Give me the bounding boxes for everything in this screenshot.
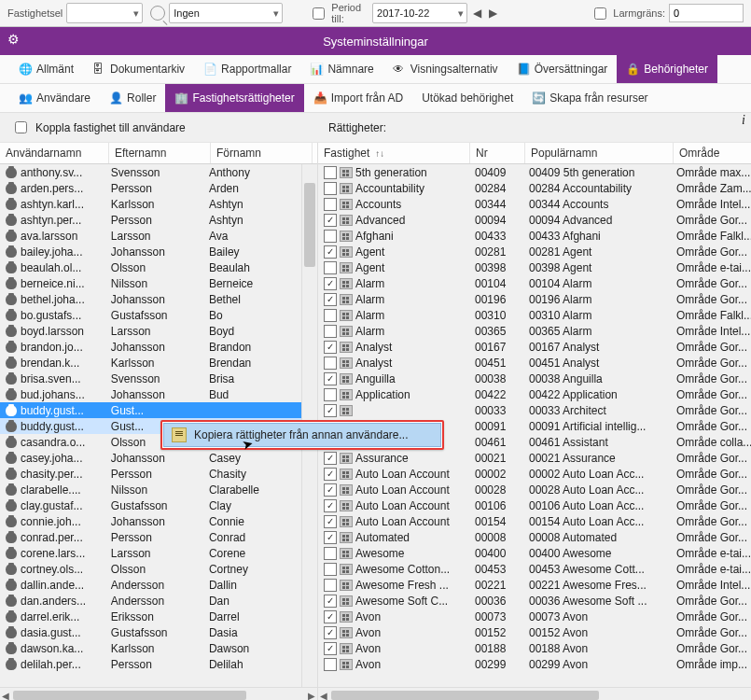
user-row[interactable]: cortney.ols...OlssonCortney: [0, 561, 301, 577]
col-efternamn[interactable]: Efternamn: [109, 143, 211, 163]
col-nr[interactable]: Nr: [470, 143, 525, 163]
user-row[interactable]: dallin.ande...AnderssonDallin: [0, 577, 301, 593]
koppla-checkbox[interactable]: [15, 121, 27, 133]
tab-visning[interactable]: 👁Visningsalternativ: [383, 55, 508, 83]
subtab-anvandare[interactable]: 👥Användare: [9, 84, 100, 112]
subtab-utokad[interactable]: Utökad behörighet: [412, 84, 522, 112]
rights-checkbox[interactable]: [324, 531, 337, 544]
rights-row[interactable]: Auto Loan Account0002800028 Auto Loan Ac…: [318, 482, 751, 497]
rights-row[interactable]: Afghani0043300433 AfghaniOmråde Falkl...: [318, 228, 751, 244]
col-omrade[interactable]: Område: [674, 143, 751, 163]
user-row[interactable]: delilah.per...PerssonDelilah: [0, 656, 301, 672]
user-row[interactable]: corene.lars...LarssonCorene: [0, 545, 301, 561]
user-row[interactable]: connie.joh...JohanssonConnie: [0, 513, 301, 529]
rights-row[interactable]: Avon0015200152 AvonOmråde Gor...: [318, 624, 751, 640]
rights-checkbox[interactable]: [324, 293, 337, 306]
rights-row[interactable]: Analyst0016700167 AnalystOmråde Gor...: [318, 339, 751, 355]
user-row[interactable]: bud.johans...JohanssonBud: [0, 386, 301, 402]
user-row[interactable]: conrad.per...PerssonConrad: [0, 529, 301, 545]
user-row[interactable]: anthony.sv...SvenssonAnthony: [0, 164, 301, 180]
user-row[interactable]: brandon.jo...JohanssonBrandon: [0, 339, 301, 355]
rights-row[interactable]: Auto Loan Account0015400154 Auto Loan Ac…: [318, 513, 751, 529]
rights-row[interactable]: Accounts0034400344 AccountsOmråde Intel.…: [318, 196, 751, 212]
rights-checkbox[interactable]: [324, 388, 337, 401]
scroll-left-icon[interactable]: ◀: [320, 691, 327, 701]
user-row[interactable]: beaulah.ol...OlssonBeaulah: [0, 259, 301, 275]
user-row[interactable]: ashtyn.karl...KarlssonAshtyn: [0, 196, 301, 212]
subtab-import[interactable]: 📥Import från AD: [304, 84, 412, 112]
user-row[interactable]: casey.joha...JohanssonCasey: [0, 450, 301, 466]
rights-checkbox[interactable]: [324, 357, 337, 370]
larmgrans-checkbox[interactable]: [594, 7, 606, 20]
period-till-checkbox[interactable]: [313, 7, 325, 20]
rights-row[interactable]: Awesome Cotton...0045300453 Awesome Cott…: [318, 561, 751, 577]
larmgrans-input[interactable]: [669, 4, 744, 22]
rights-row[interactable]: Automated0000800008 AutomatedOmråde Gor.…: [318, 529, 751, 545]
rights-row[interactable]: 0003300033 ArchitectOmråde Gor...: [318, 402, 751, 418]
tab-behorigheter[interactable]: 🔒Behörigheter: [617, 55, 717, 83]
rights-row[interactable]: Alarm0036500365 AlarmOmråde Intel...: [318, 323, 751, 339]
rights-row[interactable]: Awesome Fresh ...0022100221 Awesome Fres…: [318, 577, 751, 593]
col-fornamn[interactable]: Förnamn: [211, 143, 313, 163]
rights-checkbox[interactable]: [324, 595, 337, 608]
col-anvandarnamn[interactable]: Användarnamn: [0, 143, 109, 163]
rights-checkbox[interactable]: [324, 626, 337, 639]
user-row[interactable]: buddy.gust...Gust...: [0, 402, 301, 418]
rights-row[interactable]: Awesome0040000400 AwesomeOmråde e-tai...: [318, 545, 751, 561]
rights-row[interactable]: Accountability0028400284 AccountabilityO…: [318, 180, 751, 196]
subtab-fastighets[interactable]: 🏢Fastighetsrättigheter: [165, 84, 303, 112]
search-dropdown[interactable]: Ingen: [169, 3, 283, 23]
tab-rapportmallar[interactable]: 📄Rapportmallar: [194, 55, 300, 83]
rights-checkbox[interactable]: [324, 261, 337, 274]
user-row[interactable]: dan.anders...AnderssonDan: [0, 593, 301, 609]
rights-checkbox[interactable]: [324, 468, 337, 481]
fastighetsel-dropdown[interactable]: [66, 3, 143, 23]
user-row[interactable]: dasia.gust...GustafssonDasia: [0, 624, 301, 640]
rights-checkbox[interactable]: [324, 277, 337, 290]
rights-checkbox[interactable]: [324, 642, 337, 655]
col-popularnamn[interactable]: Populärnamn: [525, 143, 674, 163]
user-row[interactable]: bethel.joha...JohanssonBethel: [0, 291, 301, 307]
rights-checkbox[interactable]: [324, 452, 337, 465]
rights-checkbox[interactable]: [324, 198, 337, 211]
rights-row[interactable]: Agent0028100281 AgentOmråde Gor...: [318, 244, 751, 259]
rights-row[interactable]: Alarm0031000310 AlarmOmråde Falkl...: [318, 307, 751, 323]
user-row[interactable]: bailey.joha...JohanssonBailey: [0, 244, 301, 259]
subtab-skapa[interactable]: 🔄Skapa från resurser: [522, 84, 657, 112]
user-row[interactable]: ashtyn.per...PerssonAshtyn: [0, 212, 301, 228]
rights-checkbox[interactable]: [324, 309, 337, 322]
rights-checkbox[interactable]: [324, 372, 337, 385]
col-fastighet[interactable]: Fastighet↑↓: [318, 143, 470, 163]
rights-row[interactable]: Auto Loan Account0010600106 Auto Loan Ac…: [318, 497, 751, 513]
rights-checkbox[interactable]: [324, 610, 337, 623]
rights-row[interactable]: Assurance0002100021 AssuranceOmråde Gor.…: [318, 450, 751, 466]
rights-checkbox[interactable]: [324, 230, 337, 243]
rights-checkbox[interactable]: [324, 483, 337, 497]
user-row[interactable]: brisa.sven...SvenssonBrisa: [0, 371, 301, 386]
rights-row[interactable]: Application0042200422 ApplicationOmråde …: [318, 386, 751, 402]
user-row[interactable]: dawson.ka...KarlssonDawson: [0, 640, 301, 656]
tab-oversattningar[interactable]: 📘Översättningar: [508, 55, 618, 83]
rights-checkbox[interactable]: [324, 166, 337, 179]
user-row[interactable]: darrel.erik...ErikssonDarrel: [0, 609, 301, 624]
rights-row[interactable]: Avon0007300073 AvonOmråde Gor...: [318, 609, 751, 624]
rights-row[interactable]: Advanced0009400094 AdvancedOmråde Gor...: [318, 212, 751, 228]
context-copy-rights[interactable]: Kopiera rättigheter från annan användare…: [163, 423, 441, 447]
user-row[interactable]: arden.pers...PerssonArden: [0, 180, 301, 196]
rights-row[interactable]: Agent0039800398 AgentOmråde e-tai...: [318, 259, 751, 275]
rights-row[interactable]: Analyst0045100451 AnalystOmråde Gor...: [318, 355, 751, 371]
rights-row[interactable]: Awesome Soft C...0003600036 Awesome Soft…: [318, 593, 751, 609]
user-row[interactable]: clarabelle....NilssonClarabelle: [0, 482, 301, 497]
rights-checkbox[interactable]: [324, 547, 337, 560]
tab-allmant[interactable]: 🌐Allmänt: [9, 55, 83, 83]
rights-row[interactable]: 5th generation0040900409 5th generationO…: [318, 164, 751, 180]
subtab-roller[interactable]: 👤Roller: [100, 84, 165, 112]
rights-checkbox[interactable]: [324, 214, 337, 227]
rights-checkbox[interactable]: [324, 325, 337, 338]
rights-row[interactable]: Avon0018800188 AvonOmråde Gor...: [318, 640, 751, 656]
tab-dokumentarkiv[interactable]: 🗄Dokumentarkiv: [83, 55, 194, 83]
rights-checkbox[interactable]: [324, 515, 337, 528]
rights-hscroll[interactable]: ◀ ▶: [318, 687, 751, 700]
user-row[interactable]: bo.gustafs...GustafssonBo: [0, 307, 301, 323]
rights-row[interactable]: Auto Loan Account0000200002 Auto Loan Ac…: [318, 466, 751, 482]
